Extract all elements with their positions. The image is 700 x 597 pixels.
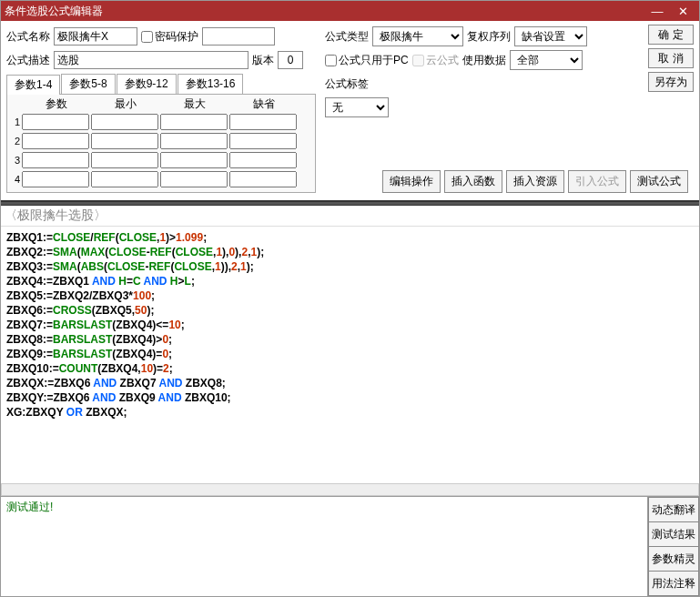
p3-min[interactable]: [91, 152, 158, 168]
select-type[interactable]: 极限擒牛: [372, 26, 463, 46]
btn-paramwiz[interactable]: 参数精灵: [648, 547, 699, 572]
ok-button[interactable]: 确 定: [648, 25, 694, 45]
label-tag: 公式标签: [325, 76, 369, 92]
btn-testresult[interactable]: 测试结果: [648, 522, 699, 547]
btn-testform[interactable]: 测试公式: [630, 170, 688, 193]
param-grid: 参数 最小 最大 缺省 1 2 3 4: [6, 95, 316, 193]
select-usedata[interactable]: 全部: [510, 50, 583, 70]
label-usedata: 使用数据: [462, 53, 506, 68]
p4-min[interactable]: [91, 171, 158, 187]
formula-editor-window: 条件选股公式编辑器 — ✕ 公式名称 密码保护 公式描述 版本 参数1-4 参数…: [0, 0, 700, 597]
label-version: 版本: [252, 53, 274, 68]
input-name[interactable]: [54, 27, 137, 46]
p3-name[interactable]: [22, 152, 89, 168]
btn-usage[interactable]: 用法注释: [648, 572, 699, 596]
p1-max[interactable]: [160, 114, 228, 130]
title-bar: 条件选股公式编辑器 — ✕: [1, 1, 699, 21]
btn-editop[interactable]: 编辑操作: [382, 170, 441, 193]
p3-def[interactable]: [229, 152, 297, 168]
window-title: 条件选股公式编辑器: [5, 4, 644, 19]
p1-name[interactable]: [22, 114, 89, 130]
p2-max[interactable]: [160, 133, 228, 149]
code-editor[interactable]: ZBXQ1:=CLOSE/REF(CLOSE,1)>1.099; ZBXQ2:=…: [1, 226, 699, 483]
tab-params-9-12[interactable]: 参数9-12: [117, 74, 177, 94]
p3-max[interactable]: [160, 152, 228, 168]
p1-def[interactable]: [229, 114, 297, 130]
p2-min[interactable]: [91, 133, 158, 149]
cancel-button[interactable]: 取 消: [648, 48, 694, 68]
p4-name[interactable]: [22, 171, 89, 187]
status-message: 测试通过!: [1, 497, 648, 596]
btn-dyntrans[interactable]: 动态翻译: [648, 497, 699, 522]
input-desc[interactable]: [54, 51, 249, 69]
p1-min[interactable]: [91, 114, 158, 130]
p4-def[interactable]: [229, 171, 297, 187]
param-tabs: 参数1-4 参数5-8 参数9-12 参数13-16: [6, 74, 316, 95]
tab-params-13-16[interactable]: 参数13-16: [178, 74, 244, 94]
code-header: 〈极限擒牛选股〉: [1, 206, 699, 226]
tab-params-1-4[interactable]: 参数1-4: [6, 75, 60, 95]
label-type: 公式类型: [325, 29, 369, 45]
top-form: 公式名称 密码保护 公式描述 版本 参数1-4 参数5-8 参数9-12 参数1…: [1, 21, 699, 200]
tab-params-5-8[interactable]: 参数5-8: [61, 74, 115, 94]
p2-def[interactable]: [229, 133, 297, 149]
p4-max[interactable]: [160, 171, 228, 187]
saveas-button[interactable]: 另存为: [648, 72, 694, 92]
close-icon[interactable]: ✕: [670, 5, 695, 18]
chk-pconly[interactable]: 公式只用于PC: [325, 53, 409, 68]
input-password[interactable]: [202, 27, 275, 46]
h-scrollbar[interactable]: [1, 483, 699, 496]
btn-insres[interactable]: 插入资源: [506, 170, 564, 193]
select-tag[interactable]: 无: [325, 97, 389, 117]
chk-cloud: 云公式: [412, 53, 459, 68]
label-desc: 公式描述: [6, 53, 50, 68]
minimize-icon[interactable]: —: [644, 5, 670, 18]
btn-impform[interactable]: 引入公式: [568, 170, 626, 193]
label-fq: 复权序列: [467, 29, 511, 45]
p2-name[interactable]: [22, 133, 89, 149]
label-name: 公式名称: [6, 29, 50, 45]
input-version[interactable]: [278, 51, 303, 69]
btn-insfn[interactable]: 插入函数: [444, 170, 502, 193]
select-fq[interactable]: 缺省设置: [514, 26, 587, 46]
chk-password[interactable]: 密码保护: [141, 29, 198, 45]
